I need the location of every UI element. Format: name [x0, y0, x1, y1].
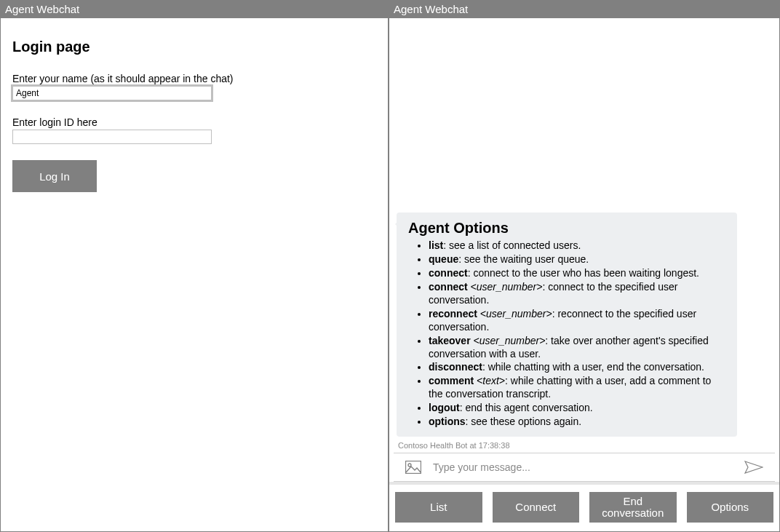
- option-description: : connect to the user who has been waiti…: [468, 267, 699, 279]
- option-command: comment: [429, 375, 474, 386]
- attach-image-icon[interactable]: [405, 461, 421, 474]
- options-list: list: see a list of connected users.queu…: [408, 239, 725, 429]
- option-item: queue: see the waiting user queue.: [429, 253, 725, 266]
- option-command: queue: [429, 253, 458, 265]
- send-icon[interactable]: [744, 461, 763, 474]
- connect-button[interactable]: Connect: [493, 492, 580, 523]
- option-item: logout: end this agent conversation.: [429, 402, 725, 415]
- option-command: connect: [429, 281, 468, 293]
- options-message-bubble: Agent Options list: see a list of connec…: [397, 213, 737, 437]
- login-id-label: Enter login ID here: [12, 116, 376, 128]
- svg-rect-0: [406, 461, 421, 474]
- options-button[interactable]: Options: [687, 492, 774, 523]
- options-heading: Agent Options: [408, 220, 725, 237]
- chat-pane: Agent Webchat Agent Options list: see a …: [389, 0, 780, 532]
- option-item: comment <text>: while chatting with a us…: [429, 375, 725, 401]
- name-input[interactable]: [12, 86, 212, 100]
- end-conversation-button[interactable]: End conversation: [589, 492, 677, 523]
- option-item: connect <user_number>: connect to the sp…: [429, 281, 725, 307]
- name-label: Enter your name (as it should appear in …: [12, 73, 376, 84]
- option-command: connect: [429, 267, 468, 279]
- option-command: list: [429, 239, 443, 251]
- option-command: options: [429, 416, 466, 427]
- option-argument: <user_number>: [471, 335, 546, 346]
- option-item: list: see a list of connected users.: [429, 239, 725, 253]
- option-item: takeover <user_number>: take over anothe…: [429, 335, 725, 361]
- page-title: Login page: [12, 39, 376, 55]
- option-description: : see these options again.: [466, 416, 582, 427]
- action-button-row: List Connect End conversation Options: [389, 482, 779, 531]
- chat-transcript: Agent Options list: see a list of connec…: [389, 18, 779, 453]
- login-id-input[interactable]: [12, 130, 212, 144]
- option-item: connect: connect to the user who has bee…: [429, 267, 725, 280]
- left-title-bar: Agent Webchat: [1, 1, 388, 18]
- list-button[interactable]: List: [395, 492, 482, 523]
- option-item: reconnect <user_number>: reconnect to th…: [429, 308, 725, 334]
- option-command: logout: [429, 402, 460, 413]
- option-command: reconnect: [429, 308, 477, 319]
- option-item: options: see these options again.: [429, 416, 725, 429]
- message-input[interactable]: [431, 453, 734, 481]
- login-button[interactable]: Log In: [12, 160, 97, 192]
- option-command: takeover: [429, 335, 471, 346]
- option-description: : while chatting with a user, end the co…: [482, 361, 704, 373]
- option-item: disconnect: while chatting with a user, …: [429, 361, 725, 374]
- message-timestamp: Contoso Health Bot at 17:38:38: [398, 441, 772, 450]
- option-command: disconnect: [429, 361, 482, 373]
- svg-point-1: [408, 464, 411, 467]
- option-argument: <text>: [474, 375, 505, 386]
- message-input-row: [394, 453, 775, 482]
- option-argument: <user_number>: [468, 281, 543, 293]
- option-argument: <user_number>: [477, 308, 552, 319]
- right-title-bar: Agent Webchat: [389, 1, 779, 18]
- option-description: : see the waiting user queue.: [458, 253, 589, 265]
- login-pane: Agent Webchat Login page Enter your name…: [0, 0, 389, 532]
- option-description: : see a list of connected users.: [443, 239, 581, 251]
- option-description: : end this agent conversation.: [460, 402, 593, 413]
